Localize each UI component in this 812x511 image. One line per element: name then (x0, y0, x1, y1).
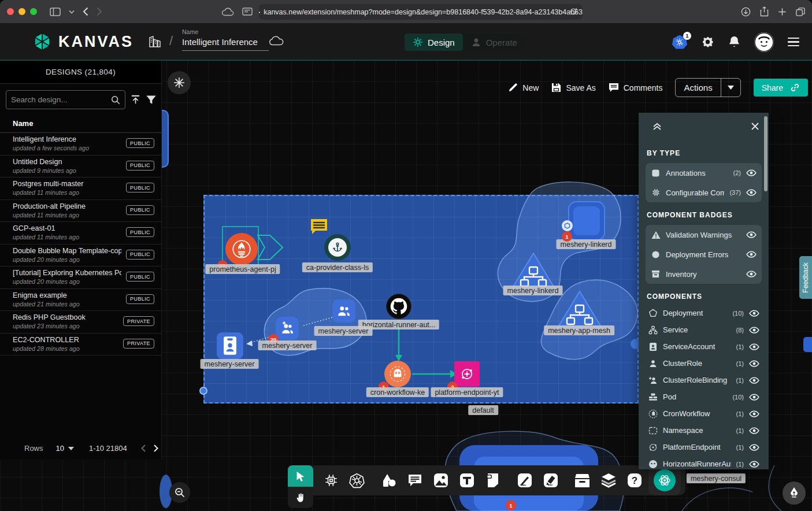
design-list-item[interactable]: Enigma example updated 21 minutes ago PU… (0, 289, 161, 312)
node-label[interactable]: ca-provider-class-ls (302, 262, 373, 272)
node-cron-workflow[interactable]: 1 (384, 361, 411, 387)
search-input[interactable]: Search design... (6, 90, 125, 109)
tool-image[interactable] (428, 468, 454, 493)
visibility-eye-icon[interactable] (749, 392, 759, 402)
panel-row[interactable]: Validation Warnings (646, 225, 762, 245)
rows-caret-icon[interactable] (68, 447, 74, 450)
organization-icon[interactable] (148, 35, 162, 49)
visibility-eye-icon[interactable] (749, 308, 759, 319)
error-badge[interactable]: 1 (562, 231, 572, 242)
visibility-eye-icon[interactable] (746, 229, 757, 240)
node-ca-provider[interactable] (324, 234, 351, 261)
window-zoom-button[interactable] (30, 8, 37, 15)
zoom-button[interactable] (169, 482, 190, 503)
kubernetes-context-icon[interactable]: 1 (672, 35, 687, 49)
prev-page-icon[interactable] (141, 445, 146, 452)
design-list-item[interactable]: [Tutorial] Exploring Kubernetes Pod upda… (0, 266, 161, 289)
menu-hamburger-icon[interactable] (788, 38, 799, 46)
tab-design[interactable]: Design (405, 34, 463, 51)
node-label[interactable]: meshery-app-mesh (544, 325, 614, 335)
downloads-icon[interactable] (741, 7, 751, 17)
next-page-icon[interactable] (154, 445, 158, 452)
design-list-item[interactable]: Production-alt Pipeline updated 11 minut… (0, 200, 161, 223)
column-header-name[interactable]: Name (0, 116, 161, 133)
visibility-eye-icon[interactable] (749, 459, 759, 469)
panel-row[interactable]: Inventory (646, 264, 762, 284)
node-meshery-linkerd[interactable] (568, 201, 605, 240)
visibility-eye-icon[interactable] (749, 325, 759, 335)
tool-kubernetes[interactable] (344, 468, 370, 493)
comments-button[interactable]: Comments (609, 83, 663, 92)
tool-layers[interactable] (595, 468, 621, 493)
notifications-bell-icon[interactable] (728, 35, 740, 49)
design-name-value[interactable]: Intelligent Inference (182, 37, 269, 51)
actions-caret-icon[interactable] (721, 86, 740, 90)
share-icon[interactable] (760, 6, 769, 17)
node-meshery-server[interactable] (217, 332, 243, 359)
tool-sticky-note[interactable] (480, 468, 506, 493)
share-button[interactable]: Share (754, 79, 808, 97)
error-badge[interactable]: 1 (506, 500, 516, 510)
visibility-eye-icon[interactable] (749, 375, 759, 386)
reader-icon[interactable] (242, 8, 253, 16)
tab-operate[interactable]: Operate (463, 34, 525, 51)
node-label[interactable]: meshery-consul (687, 473, 746, 483)
settings-gear-icon[interactable] (701, 35, 714, 49)
forward-button[interactable] (97, 7, 102, 16)
node-label[interactable]: meshery-server (258, 340, 317, 350)
back-button[interactable] (83, 7, 88, 16)
address-bar[interactable]: kanvas.new/extension/meshmap?mode=design… (259, 4, 583, 20)
panel-row[interactable]: CronWorkflow (1) (646, 405, 762, 422)
tool-text[interactable] (454, 468, 480, 493)
tool-meshery[interactable] (648, 465, 681, 495)
node-prometheus[interactable]: 21 (225, 233, 258, 265)
namespace-label[interactable]: default (468, 405, 498, 415)
design-list-item[interactable]: Untitled Design updated 9 minutes ago PU… (0, 155, 161, 178)
design-list-item[interactable]: Redis PHP Guestbook updated 23 minutes a… (0, 311, 161, 334)
window-close-button[interactable] (7, 8, 14, 15)
actions-dropdown[interactable]: Actions (675, 78, 740, 97)
rows-per-page-select[interactable]: 10 (56, 444, 64, 453)
new-tab-icon[interactable] (778, 8, 787, 16)
tool-pan[interactable] (288, 487, 313, 508)
kanvas-logo[interactable]: KANVAS (32, 31, 134, 52)
visibility-eye-icon[interactable] (746, 269, 757, 279)
annotation-arrow[interactable] (258, 235, 283, 260)
panel-scrollbar[interactable] (764, 116, 767, 191)
panel-row[interactable]: Deployment Errors (646, 245, 762, 264)
node-label[interactable]: cron-workflow-ke (366, 387, 429, 397)
node-horizontal-runner[interactable] (386, 294, 411, 319)
panel-row[interactable]: Annotations (2) (646, 163, 762, 183)
panel-row[interactable]: Service (8) (646, 321, 762, 338)
node-label[interactable]: meshery-server (201, 359, 259, 369)
panel-row[interactable]: Deployment (10) (646, 305, 762, 321)
design-list-item[interactable]: GCP-east-01 updated 11 minutes ago PUBLI… (0, 222, 161, 245)
design-list-item[interactable]: Intelligent Inference updated a few seco… (0, 133, 161, 155)
pen-mode-button[interactable] (783, 482, 806, 505)
design-list-item[interactable]: EC2-CONTROLLER updated 28 minutes ago PR… (0, 334, 161, 356)
tool-shapes[interactable] (376, 468, 402, 493)
tool-pen[interactable] (511, 468, 537, 493)
chevron-down-icon[interactable] (69, 10, 75, 14)
visibility-eye-icon[interactable] (746, 168, 757, 178)
panel-row[interactable]: ClusterRole (1) (646, 355, 762, 372)
new-button[interactable]: New (508, 83, 539, 92)
reload-icon[interactable] (570, 8, 577, 16)
design-name-field[interactable]: Name Intelligent Inference (182, 28, 269, 51)
tool-select[interactable] (288, 465, 313, 487)
node-label[interactable]: prometheus-agent-pj (205, 264, 280, 274)
node-meshery-server[interactable] (332, 299, 355, 323)
design-list-item[interactable]: Double Bubble Map Template-copy updated … (0, 245, 161, 267)
visibility-eye-icon[interactable] (749, 342, 759, 352)
window-minimize-button[interactable] (18, 8, 25, 15)
panel-row[interactable]: PlatformEndpoint (1) (646, 439, 762, 456)
node-platform-endpoint[interactable]: 2 (454, 361, 480, 387)
node-label[interactable]: meshery-server (314, 326, 373, 336)
tool-comment[interactable] (402, 468, 428, 493)
selection-handle[interactable] (199, 387, 207, 395)
close-panel-icon[interactable] (751, 122, 759, 131)
save-as-button[interactable]: Save As (551, 83, 595, 92)
node-label[interactable]: platform-endpoint-yt (431, 387, 503, 397)
visibility-eye-icon[interactable] (749, 409, 759, 419)
comment-bubble[interactable] (310, 218, 328, 235)
